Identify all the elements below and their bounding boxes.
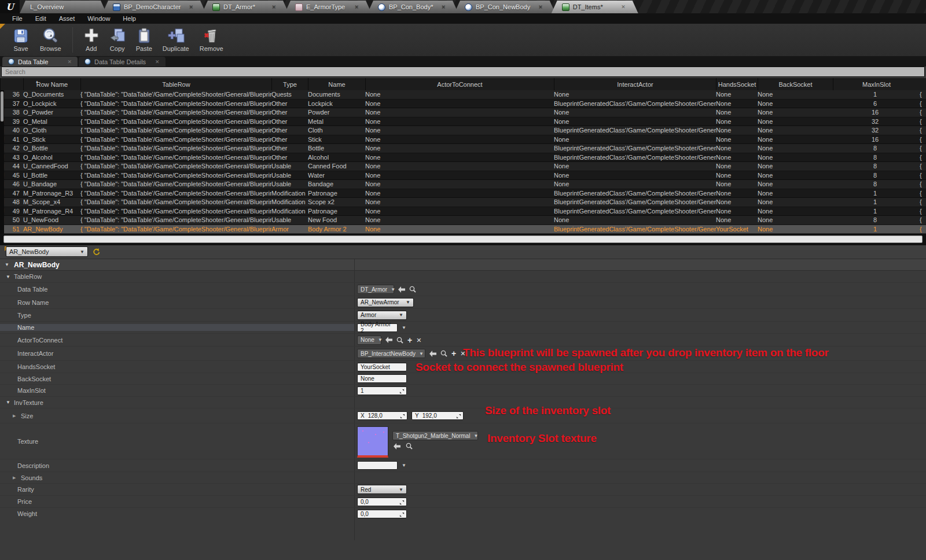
size-x-field[interactable]: X128,0 [357, 411, 407, 420]
column-header-row-name[interactable]: Row Name [23, 78, 80, 90]
prop-row-rarity[interactable]: Rarity Red▼ [0, 484, 926, 496]
table-row[interactable]: ⣿ 50 U_NewFood { "DataTable": "DataTable… [0, 216, 926, 225]
prop-row-size[interactable]: ▶Size X128,0 Y192,0 [0, 408, 926, 423]
paste-button[interactable]: Paste [131, 26, 157, 53]
struct-section-header[interactable]: ▼ AR_NewBody [0, 259, 926, 271]
document-tab[interactable]: BP_Con_NewBody ✕ [454, 1, 556, 13]
browse-to-asset-icon[interactable] [396, 337, 403, 344]
close-tab-icon[interactable]: ✕ [184, 4, 193, 10]
close-tab-icon[interactable]: ✕ [350, 4, 359, 10]
table-row[interactable]: ⣿ 49 M_Patronage_R4 { "DataTable": "Data… [0, 207, 926, 216]
prop-row-max-in-slot[interactable]: MaxInSlot 1 [0, 385, 926, 397]
prop-row-inv-texture[interactable]: ▼InvTexture [0, 397, 926, 408]
column-header-type[interactable]: Type [271, 78, 308, 90]
close-tab-icon[interactable]: ✕ [149, 59, 160, 65]
table-row[interactable]: ⣿ 48 M_Scope_x4 { "DataTable": "DataTabl… [0, 198, 926, 207]
collapsed-arrow-icon[interactable]: ▶ [13, 414, 19, 418]
column-header-max-in-slot[interactable]: MaxInSlot [833, 78, 920, 90]
table-row[interactable]: ⣿ 45 U_Bottle { "DataTable": "DataTable'… [0, 171, 926, 180]
collapsed-arrow-icon[interactable]: ▶ [13, 476, 19, 480]
document-tab[interactable]: L_Overview ✕ [20, 1, 106, 13]
price-field[interactable]: 0,0 [357, 498, 407, 506]
browse-to-asset-icon[interactable] [409, 286, 416, 293]
close-tab-icon[interactable]: ✕ [436, 4, 446, 10]
use-selected-asset-icon[interactable] [385, 337, 392, 343]
table-row[interactable]: ⣿ 51 AR_NewBody { "DataTable": "DataTabl… [0, 225, 926, 234]
document-tab[interactable]: DT_Armor* ✕ [202, 1, 289, 13]
table-row[interactable]: ⣿ 40 O_Cloth { "DataTable": "DataTable'/… [0, 126, 926, 135]
prop-row-data-table[interactable]: Data Table DT_Armor▼ [0, 283, 926, 296]
save-button[interactable]: Save [7, 26, 35, 53]
use-selected-asset-icon[interactable] [398, 286, 405, 293]
browse-to-asset-icon[interactable] [406, 443, 413, 450]
menu-item[interactable]: Help [116, 15, 142, 22]
remove-button[interactable]: Remove [194, 26, 229, 53]
document-tab[interactable]: BP_Con_Body* ✕ [368, 1, 458, 13]
vertical-scrollbar[interactable] [0, 90, 4, 234]
horizontal-scrollbar[interactable] [3, 235, 923, 243]
column-header-actor-to-connect[interactable]: ActorToConnect [365, 78, 554, 90]
table-row[interactable]: ⣿ 43 O_Alcohol { "DataTable": "DataTable… [0, 153, 926, 163]
max-in-slot-field[interactable]: 1 [357, 386, 407, 395]
row-name-dropdown[interactable]: AR_NewArmor▼ [357, 298, 414, 307]
unreal-logo[interactable]: U [0, 0, 20, 13]
actor-to-connect-picker[interactable]: None▼ [357, 336, 381, 345]
chevron-down-icon[interactable]: ▼ [402, 463, 406, 468]
table-row[interactable]: ⣿ 37 O_Lockpick { "DataTable": "DataTabl… [0, 100, 926, 109]
prop-row-actor-to-connect[interactable]: ActorToConnect None▼ + ✕ [0, 334, 926, 347]
column-header-tablerow[interactable]: TableRow [80, 78, 271, 90]
prop-row-texture[interactable]: Texture T_Shotgun2_Marble_Normal▼ [0, 423, 926, 459]
menu-item[interactable]: Window [81, 15, 116, 22]
prop-row-row-name[interactable]: Row Name AR_NewArmor▼ [0, 296, 926, 309]
menu-item[interactable]: Edit [29, 15, 53, 22]
add-button[interactable]: Add [79, 26, 104, 53]
prop-row-type[interactable]: Type Armor▼ [0, 309, 926, 322]
interact-actor-picker[interactable]: BP_InteractNewBody▼ [357, 349, 425, 358]
reset-to-default-icon[interactable] [93, 248, 100, 258]
size-y-field[interactable]: Y192,0 [411, 411, 464, 420]
document-tab[interactable]: E_ArmorType ✕ [285, 1, 372, 13]
prop-row-name[interactable]: Name Body Armor 2 ▼ [0, 322, 926, 334]
menu-item[interactable]: Asset [53, 15, 82, 22]
texture-asset-picker[interactable]: T_Shotgun2_Marble_Normal▼ [392, 431, 478, 440]
document-tab[interactable]: DT_Items* ✕ [552, 1, 638, 13]
column-header-name[interactable]: Name [308, 78, 365, 90]
prop-row-weight[interactable]: Weight 0,0 [0, 508, 926, 520]
column-header-back-socket[interactable]: BackSocket [758, 78, 833, 90]
table-row[interactable]: ⣿ 44 U_CannedFood { "DataTable": "DataTa… [0, 162, 926, 171]
close-tab-icon[interactable]: ✕ [616, 4, 626, 10]
tab-data-table-details[interactable]: Data Table Details ✕ [79, 57, 166, 67]
chevron-down-icon[interactable]: ▼ [402, 325, 406, 330]
table-row[interactable]: ⣿ 47 M_Patronage_R3 { "DataTable": "Data… [0, 189, 926, 198]
rarity-dropdown[interactable]: Red▼ [357, 485, 407, 494]
name-field[interactable]: Body Armor 2 [357, 323, 398, 332]
texture-thumbnail[interactable] [357, 426, 388, 458]
table-row[interactable]: ⣿ 41 O_Stick { "DataTable": "DataTable'/… [0, 135, 926, 145]
tab-data-table[interactable]: Data Table ✕ [2, 57, 78, 67]
duplicate-button[interactable]: Duplicate [157, 26, 194, 53]
prop-row-sounds[interactable]: ▶Sounds [0, 472, 926, 484]
add-icon[interactable]: + [451, 351, 456, 356]
menu-item[interactable]: File [6, 15, 29, 22]
column-header-interact-actor[interactable]: InteractActor [554, 78, 716, 90]
table-row[interactable]: ⣿ 46 U_Bandage { "DataTable": "DataTable… [0, 180, 926, 189]
data-table-asset-picker[interactable]: DT_Armor▼ [357, 285, 394, 294]
table-row[interactable]: ⣿ 42 O_Bottle { "DataTable": "DataTable'… [0, 144, 926, 153]
weight-field[interactable]: 0,0 [357, 510, 407, 518]
document-tab[interactable]: BP_DemoCharacter ✕ [102, 1, 206, 13]
expanded-arrow-icon[interactable]: ▼ [5, 262, 10, 267]
prop-row-tablerow[interactable]: ▼TableRow [0, 271, 926, 283]
description-field[interactable] [357, 461, 398, 470]
prop-row-price[interactable]: Price 0,0 [0, 496, 926, 508]
add-icon[interactable]: + [407, 337, 412, 343]
column-header-hands-socket[interactable]: HandsSocket [716, 78, 758, 90]
close-tab-icon[interactable]: ✕ [267, 4, 276, 10]
row-selector-dropdown[interactable]: AR_NewBody ▼ [6, 246, 88, 257]
hands-socket-field[interactable]: YourSocket [357, 363, 407, 371]
prop-row-description[interactable]: Description ▼ [0, 459, 926, 472]
expanded-arrow-icon[interactable]: ▼ [6, 400, 12, 405]
type-dropdown[interactable]: Armor▼ [357, 311, 407, 320]
copy-button[interactable]: Copy [104, 26, 131, 53]
expanded-arrow-icon[interactable]: ▼ [6, 274, 12, 279]
use-selected-asset-icon[interactable] [429, 351, 436, 357]
